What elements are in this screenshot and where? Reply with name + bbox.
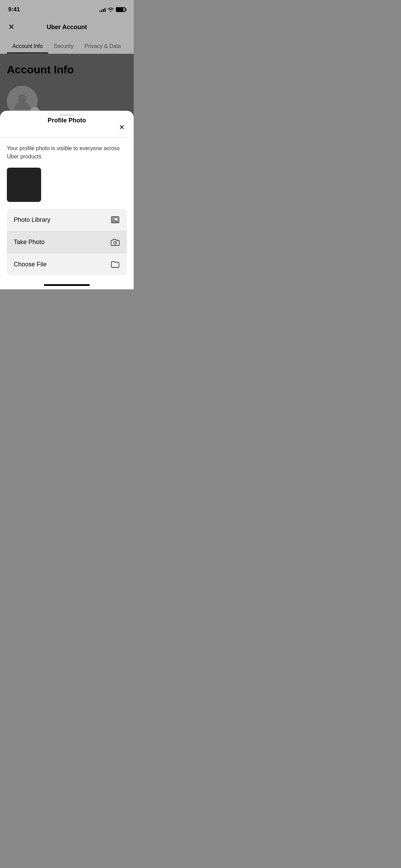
photo-preview: [7, 168, 41, 202]
option-photo-library[interactable]: Photo Library: [7, 209, 127, 231]
option-take-photo[interactable]: Take Photo: [7, 231, 127, 253]
svg-point-4: [114, 241, 117, 244]
profile-photo-sheet: Profile Photo ✕ Your profile photo is vi…: [0, 111, 134, 289]
option-choose-file[interactable]: Choose File: [7, 253, 127, 275]
sheet-header: Profile Photo ✕: [0, 116, 134, 132]
folder-icon: [110, 260, 120, 269]
sheet-description: Your profile photo is visible to everyon…: [7, 144, 127, 161]
photo-library-icon: [110, 215, 120, 225]
svg-point-3: [113, 218, 114, 220]
sheet-title: Profile Photo: [48, 117, 86, 124]
camera-icon: [110, 237, 120, 247]
take-photo-label: Take Photo: [14, 239, 45, 246]
sheet-body: Your profile photo is visible to everyon…: [0, 137, 134, 279]
sheet-close-button[interactable]: ✕: [117, 122, 127, 132]
home-indicator: [44, 284, 90, 286]
options-list: Photo Library Take Photo Choose File: [7, 209, 127, 275]
choose-file-label: Choose File: [14, 261, 47, 268]
photo-library-label: Photo Library: [14, 216, 50, 224]
